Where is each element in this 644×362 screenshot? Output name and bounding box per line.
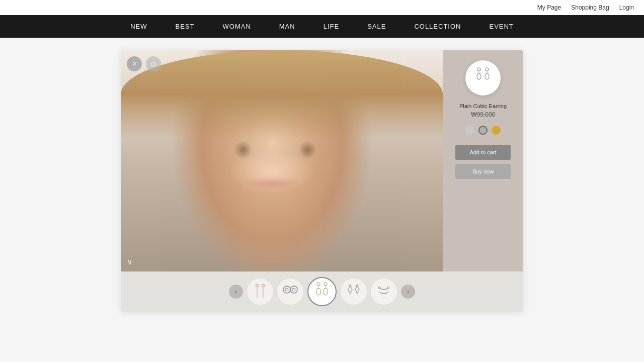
share-button[interactable]: ⊙ [146,56,161,71]
thumbnail-5[interactable] [371,279,397,305]
svg-point-14 [317,283,320,286]
product-image-area: × ⊙ ∨ [121,50,443,272]
login-link[interactable]: Login [619,4,634,11]
model-hair [121,50,443,139]
product-info-panel: Plain Cubic Earring ₩99,000 Add to cart … [443,50,523,272]
my-page-link[interactable]: My Page [537,4,561,11]
scroll-down-button[interactable]: ∨ [127,257,133,266]
model-image [121,50,443,272]
svg-point-19 [324,288,328,295]
product-viewer: × ⊙ ∨ [121,50,523,312]
svg-point-3 [486,68,489,71]
nav-item-best[interactable]: BEST [162,15,209,38]
color-gold[interactable] [492,126,501,135]
viewer-controls: × ⊙ [127,56,161,71]
svg-point-13 [292,288,295,291]
nav-item-man[interactable]: MAN [265,15,309,38]
svg-point-11 [290,286,297,293]
nav-item-new[interactable]: NEW [116,15,161,38]
prev-thumbnail-button[interactable]: ‹ [229,285,243,299]
nav-item-sale[interactable]: SALE [353,15,400,38]
svg-point-16 [316,288,321,295]
main-nav: NEW BEST WOMAN MAN LIFE SALE COLLECTION … [0,15,644,38]
color-silver[interactable] [465,126,474,135]
close-button[interactable]: × [127,56,142,71]
thumbnail-4[interactable] [341,279,367,305]
nav-item-collection[interactable]: COLLECTION [400,15,475,38]
svg-point-12 [285,288,288,291]
nav-item-life[interactable]: LIFE [309,15,353,38]
next-thumbnail-button[interactable]: › [401,285,415,299]
thumbnail-1[interactable] [247,279,273,305]
product-thumbnail-circle [465,60,501,96]
svg-point-8 [262,285,265,287]
utility-bar: My Page Shopping Bag Login [0,0,644,15]
shopping-bag-link[interactable]: Shopping Bag [571,4,609,11]
thumbnail-strip: ‹ [121,272,523,312]
svg-point-17 [324,283,327,286]
svg-point-0 [477,68,480,71]
thumbnail-3-active[interactable] [307,277,337,306]
color-options [465,126,501,135]
product-name: Plain Cubic Earring [459,103,507,109]
add-to-cart-button[interactable]: Add to cart [455,145,511,160]
earring-thumbnail-icon [473,65,493,90]
nav-item-event[interactable]: EVENT [475,15,527,38]
product-price: ₩99,000 [471,111,496,118]
svg-point-6 [256,285,259,287]
nav-item-woman[interactable]: WOMAN [209,15,265,38]
main-content: × ⊙ ∨ [0,38,644,324]
thumbnail-2[interactable] [277,279,303,305]
buy-now-button[interactable]: Buy now [455,164,511,179]
svg-point-10 [283,286,290,293]
viewer-main: × ⊙ ∨ [121,50,523,272]
color-silver-selected[interactable] [478,126,488,135]
